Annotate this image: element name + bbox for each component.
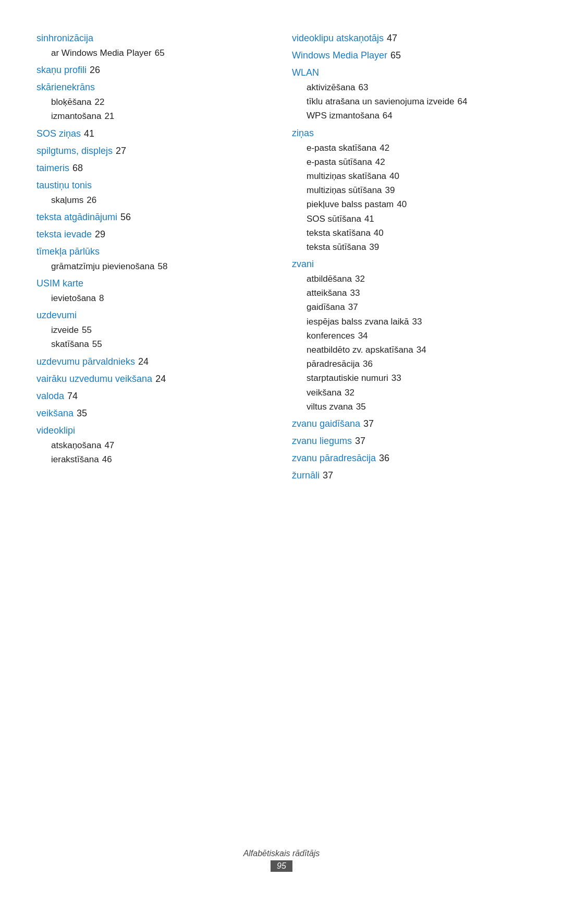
footer-page: 95 bbox=[271, 860, 292, 872]
entry-number: 35 bbox=[77, 406, 87, 421]
sub-row: e-pasta sūtīšana42 bbox=[307, 155, 527, 169]
entry-link[interactable]: žurnāli bbox=[292, 469, 320, 483]
sub-text: ierakstīšana bbox=[51, 452, 99, 466]
entry-main-row: USIM karte bbox=[36, 277, 271, 291]
sub-text: grāmatzīmju pievienošana bbox=[51, 259, 154, 273]
entry-sub-list: aktivizēšana63tīklu atrašana un savienoj… bbox=[292, 80, 527, 123]
index-entry: spilgtums, displejs27 bbox=[36, 144, 271, 158]
entry-link[interactable]: vairāku uzvedumu veikšana bbox=[36, 372, 152, 386]
right-column: videoklipu atskaņotājs47Windows Media Pl… bbox=[287, 31, 527, 818]
index-entry: WLANaktivizēšana63tīklu atrašana un savi… bbox=[292, 66, 527, 123]
entry-link[interactable]: zvanu gaidīšana bbox=[292, 417, 360, 431]
entry-link[interactable]: teksta ievade bbox=[36, 227, 92, 242]
entry-number: 37 bbox=[323, 469, 333, 483]
index-entry: zvanu liegums37 bbox=[292, 434, 527, 448]
sub-text: e-pasta skatīšana bbox=[307, 141, 376, 155]
entry-main-row: zvanu pāradresācija36 bbox=[292, 451, 527, 465]
entry-link[interactable]: Windows Media Player bbox=[292, 49, 387, 63]
sub-text: veikšana bbox=[307, 386, 341, 400]
entry-main-row: taustiņu tonis bbox=[36, 178, 271, 193]
index-entry: veikšana35 bbox=[36, 406, 271, 421]
entry-number: 26 bbox=[90, 63, 100, 77]
sub-row: iespējas balss zvana laikā33 bbox=[307, 315, 527, 329]
sub-number: 47 bbox=[104, 438, 114, 452]
sub-text: neatbildēto zv. apskatīšana bbox=[307, 343, 413, 357]
entry-link[interactable]: videoklipu atskaņotājs bbox=[292, 31, 384, 45]
entry-number: 41 bbox=[84, 127, 94, 141]
entry-link[interactable]: uzdevumi bbox=[36, 308, 77, 322]
entry-link[interactable]: ziņas bbox=[292, 126, 314, 140]
index-entry: USIM karteievietošana8 bbox=[36, 277, 271, 305]
sub-number: 64 bbox=[458, 94, 468, 109]
index-entry: vairāku uzvedumu veikšana24 bbox=[36, 372, 271, 386]
sub-text: multiziņas skatīšana bbox=[307, 169, 386, 183]
entry-link[interactable]: spilgtums, displejs bbox=[36, 144, 113, 158]
sub-row: atteikšana33 bbox=[307, 286, 527, 300]
entry-link[interactable]: teksta atgādinājumi bbox=[36, 210, 117, 224]
sub-text: ar Windows Media Player bbox=[51, 46, 152, 60]
sub-row: veikšana32 bbox=[307, 386, 527, 400]
sub-row: skatīšana55 bbox=[51, 337, 271, 351]
index-entry: videoklipiatskaņošana47ierakstīšana46 bbox=[36, 424, 271, 466]
sub-row: grāmatzīmju pievienošana58 bbox=[51, 259, 271, 273]
entry-link[interactable]: videoklipi bbox=[36, 424, 75, 438]
sub-number: 37 bbox=[348, 300, 358, 314]
entry-main-row: veikšana35 bbox=[36, 406, 271, 421]
sub-row: skaļums26 bbox=[51, 193, 271, 207]
entry-link[interactable]: tīmekļa pārlūks bbox=[36, 245, 100, 259]
sub-row: multiziņas skatīšana40 bbox=[307, 169, 527, 183]
sub-text: aktivizēšana bbox=[307, 80, 356, 94]
sub-number: 36 bbox=[363, 357, 373, 371]
entry-link[interactable]: USIM karte bbox=[36, 277, 83, 291]
entry-sub-list: bloķēšana22izmantošana21 bbox=[36, 95, 271, 123]
entry-link[interactable]: taimeris bbox=[36, 161, 69, 175]
sub-number: 42 bbox=[375, 155, 385, 169]
entry-link[interactable]: valoda bbox=[36, 389, 64, 403]
entry-link[interactable]: skārienekrāns bbox=[36, 80, 95, 94]
entry-number: 47 bbox=[387, 31, 397, 45]
entry-link[interactable]: SOS ziņas bbox=[36, 127, 81, 141]
sub-text: teksta sūtīšana bbox=[307, 240, 366, 254]
index-entry: ziņase-pasta skatīšana42e-pasta sūtīšana… bbox=[292, 126, 527, 255]
entry-link[interactable]: zvani bbox=[292, 257, 314, 271]
entry-link[interactable]: WLAN bbox=[292, 66, 319, 80]
sub-text: gaidīšana bbox=[307, 300, 345, 314]
sub-text: tīklu atrašana un savienojuma izveide bbox=[307, 94, 455, 109]
sub-number: 40 bbox=[397, 197, 407, 211]
entry-link[interactable]: uzdevumu pārvaldnieks bbox=[36, 355, 135, 369]
sub-row: SOS sūtīšana41 bbox=[307, 212, 527, 226]
index-entry: videoklipu atskaņotājs47 bbox=[292, 31, 527, 45]
index-entry: teksta ievade29 bbox=[36, 227, 271, 242]
entry-link[interactable]: sinhronizācija bbox=[36, 31, 93, 45]
entry-main-row: vairāku uzvedumu veikšana24 bbox=[36, 372, 271, 386]
sub-number: 33 bbox=[350, 286, 360, 300]
footer-label: Alfabētiskais rādītājs bbox=[36, 849, 527, 858]
index-entry: uzdevumu pārvaldnieks24 bbox=[36, 355, 271, 369]
sub-row: ar Windows Media Player65 bbox=[51, 46, 271, 60]
sub-row: teksta skatīšana40 bbox=[307, 226, 527, 240]
entry-link[interactable]: veikšana bbox=[36, 406, 74, 421]
entry-number: 27 bbox=[116, 144, 126, 158]
sub-text: izmantošana bbox=[51, 109, 101, 123]
entry-link[interactable]: skaņu profili bbox=[36, 63, 87, 77]
entry-link[interactable]: zvanu pāradresācija bbox=[292, 451, 376, 465]
index-entry: taustiņu tonisskaļums26 bbox=[36, 178, 271, 207]
entry-main-row: teksta ievade29 bbox=[36, 227, 271, 242]
sub-number: 55 bbox=[82, 323, 92, 337]
sub-number: 42 bbox=[380, 141, 389, 155]
index-entry: skārienekrānsbloķēšana22izmantošana21 bbox=[36, 80, 271, 123]
index-columns: sinhronizācijaar Windows Media Player65s… bbox=[36, 31, 527, 818]
sub-row: konferences34 bbox=[307, 329, 527, 343]
entry-main-row: taimeris68 bbox=[36, 161, 271, 175]
sub-text: izveide bbox=[51, 323, 79, 337]
entry-number: 74 bbox=[67, 389, 78, 403]
sub-row: gaidīšana37 bbox=[307, 300, 527, 314]
left-column: sinhronizācijaar Windows Media Player65s… bbox=[36, 31, 287, 818]
sub-number: 39 bbox=[385, 183, 395, 197]
entry-sub-list: ar Windows Media Player65 bbox=[36, 46, 271, 60]
sub-number: 40 bbox=[374, 226, 384, 240]
sub-number: 32 bbox=[355, 272, 365, 286]
entry-link[interactable]: taustiņu tonis bbox=[36, 178, 92, 193]
entry-link[interactable]: zvanu liegums bbox=[292, 434, 352, 448]
sub-row: izmantošana21 bbox=[51, 109, 271, 123]
